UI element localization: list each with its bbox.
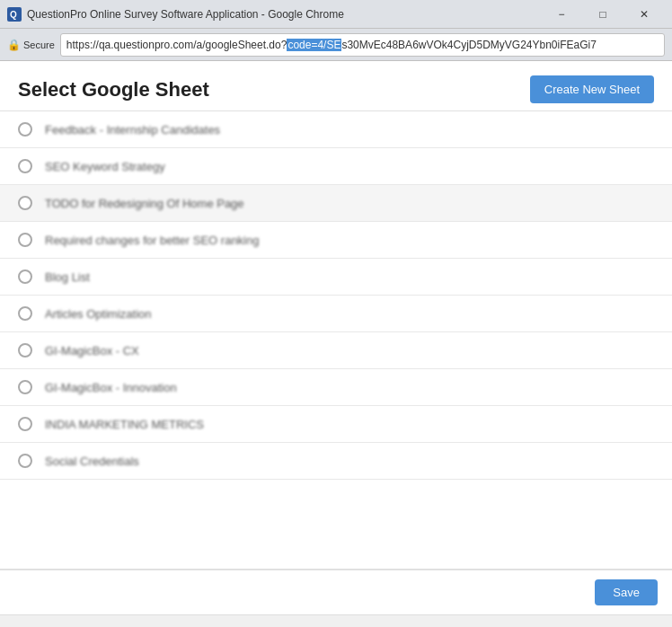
radio-button[interactable] [18, 269, 32, 284]
sheet-name: TODO for Redesigning Of Home Page [45, 197, 244, 210]
list-item[interactable]: Blog List [0, 259, 672, 296]
save-button[interactable]: Save [595, 579, 658, 605]
sheet-name: GI-MagicBox - CX [45, 344, 139, 358]
lock-icon: 🔒 [7, 39, 21, 51]
radio-button[interactable] [18, 159, 32, 173]
sheet-name: GI-MagicBox - Innovation [45, 381, 177, 394]
app-favicon: Q [7, 7, 22, 22]
window-controls: − □ ✕ [541, 0, 665, 29]
list-item[interactable]: SEO Keyword Strategy [0, 148, 672, 185]
close-button[interactable]: ✕ [623, 0, 665, 29]
radio-button[interactable] [18, 454, 32, 468]
list-item[interactable]: GI-MagicBox - Innovation [0, 369, 672, 406]
list-item[interactable]: INDIA MARKETING METRICS [0, 406, 672, 443]
addressbar: 🔒 Secure https://qa.questionpro.com/a/go… [0, 29, 672, 61]
address-input[interactable]: https://qa.questionpro.com/a/googleSheet… [60, 33, 665, 57]
secure-label: Secure [23, 40, 55, 50]
maximize-button[interactable]: □ [582, 0, 623, 29]
url-suffix: s30MvEc48BA6wVOk4CyjD5DMyVG24Ybn0iFEaGi7 [341, 39, 596, 51]
list-item[interactable]: Social Credentials [0, 443, 672, 480]
sheet-name: Articles Optimization [45, 307, 151, 321]
radio-button[interactable] [18, 122, 32, 137]
radio-button[interactable] [18, 233, 32, 247]
sheet-name: SEO Keyword Strategy [45, 160, 165, 173]
radio-button[interactable] [18, 417, 32, 431]
radio-button[interactable] [18, 196, 32, 210]
list-item[interactable]: Articles Optimization [0, 296, 672, 332]
sheet-name: INDIA MARKETING METRICS [45, 418, 204, 431]
sheet-name: Feedback - Internship Candidates [45, 123, 220, 137]
footer: Save [0, 570, 672, 614]
sheet-name: Blog List [45, 270, 90, 284]
sheet-name: Social Credentials [45, 455, 139, 468]
radio-button[interactable] [18, 306, 32, 321]
app-window: Select Google Sheet Create New Sheet Fee… [0, 61, 672, 627]
page-title: Select Google Sheet [18, 78, 209, 102]
sheet-list[interactable]: Feedback - Internship CandidatesSEO Keyw… [0, 111, 672, 570]
minimize-button[interactable]: − [541, 0, 582, 29]
secure-badge: 🔒 Secure [7, 39, 55, 51]
content-area: Feedback - Internship CandidatesSEO Keyw… [0, 111, 672, 627]
list-item[interactable]: GI-MagicBox - CX [0, 332, 672, 369]
page-header: Select Google Sheet Create New Sheet [0, 61, 672, 111]
list-item[interactable]: TODO for Redesigning Of Home Page [0, 185, 672, 222]
list-item[interactable]: Required changes for better SEO ranking [0, 222, 672, 259]
sheet-name: Required changes for better SEO ranking [45, 234, 259, 247]
create-new-sheet-button[interactable]: Create New Sheet [530, 75, 654, 103]
bottom-scrollbar [0, 614, 672, 627]
url-prefix: https://qa.questionpro.com/a/googleSheet… [66, 39, 287, 51]
titlebar: Q QuestionPro Online Survey Software App… [0, 0, 672, 29]
svg-text:Q: Q [10, 10, 17, 20]
radio-button[interactable] [18, 343, 32, 358]
window-title: QuestionPro Online Survey Software Appli… [27, 8, 541, 21]
radio-button[interactable] [18, 380, 32, 394]
url-highlight: code=4/SE [287, 39, 341, 51]
list-item[interactable]: Feedback - Internship Candidates [0, 111, 672, 148]
